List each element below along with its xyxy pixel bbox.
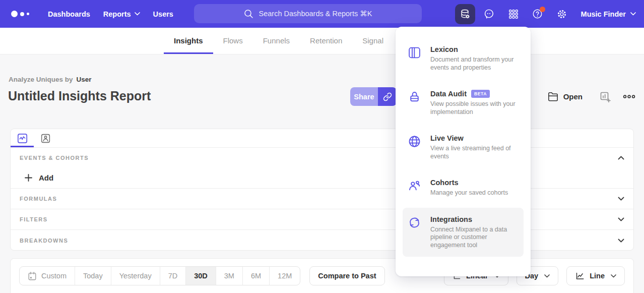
tab-funnels[interactable]: Funnels [253,27,300,54]
feedback-button[interactable] [479,4,499,24]
dropdown-item-data-audit[interactable]: Data Audit BETA View possible issues wit… [403,82,524,124]
tab-metrics-chart[interactable] [11,129,34,147]
analyze-entity-selector[interactable]: User [77,76,92,83]
add-event-button[interactable]: Add [11,167,633,189]
date-range-label: 12M [278,272,292,280]
dropdown-item-description: View a live streaming feed of events [430,145,519,160]
folder-icon [548,92,558,101]
tab-flows[interactable]: Flows [213,27,253,54]
open-report-button[interactable]: Open [548,92,583,101]
help-button[interactable] [528,4,548,24]
tab-label: Flows [223,36,243,45]
section-formulas[interactable]: FORMULAS [11,189,633,209]
cohorts-people-icon [408,179,422,193]
nav-item-reports[interactable]: Reports [97,0,147,28]
dropdown-item-title: Cohorts [430,179,459,187]
tab-signal[interactable]: Signal [352,27,394,54]
dropdown-item-lexicon[interactable]: Lexicon Document and transform your even… [403,38,524,79]
date-range-label: 3M [224,272,234,280]
dropdown-item-body: Data Audit BETA View possible issues wit… [430,90,519,116]
project-switcher[interactable]: Music Finder [581,10,636,18]
nav-item-label: Users [153,10,173,18]
dropdown-item-description: Document and transform your events and p… [430,56,519,72]
link-icon [383,92,392,101]
date-range-yesterday[interactable]: Yesterday [111,267,160,285]
nav-item-label: Dashboards [48,10,90,18]
gear-icon [556,9,567,20]
apps-button[interactable] [503,4,524,24]
dropdown-item-title: Live View [430,134,464,142]
top-nav: Dashboards Reports Users Search Dashboar… [0,0,644,28]
notification-dot [540,7,545,12]
date-range-control: Custom Today Yesterday 7D 30D 3M 6M 12M [19,266,300,285]
project-name: Music Finder [581,10,626,18]
date-range-label: 7D [168,272,178,280]
chevron-up-icon [618,156,624,160]
date-range-label: Custom [41,272,67,280]
query-builder-panel: EVENTS & COHORTS Add FORMULAS FILTERS BR… [10,129,634,251]
nav-item-users[interactable]: Users [147,0,180,28]
date-range-label: Yesterday [119,272,152,280]
data-management-dropdown: Lexicon Document and transform your even… [396,27,531,276]
tab-users-profile[interactable] [34,129,57,147]
report-title[interactable]: Untitled Insights Report [8,89,151,103]
date-range-custom[interactable]: Custom [20,267,75,285]
search-input[interactable]: Search Dashboards & Reports ⌘K [194,4,422,23]
dropdown-item-cohorts[interactable]: Cohorts Manage your saved cohorts [403,171,524,205]
dropdown-item-title: Integrations [430,215,472,223]
copy-link-button[interactable] [378,87,397,106]
section-label: FORMULAS [20,196,57,202]
chat-dots-icon [483,8,495,20]
expand-section-button[interactable] [618,239,624,243]
chevron-down-icon [618,197,624,201]
chart-tab-icon [17,133,28,144]
tab-label: Funnels [263,36,290,45]
analyze-prefix: Analyze Uniques by [9,76,73,83]
section-label: FILTERS [20,216,48,222]
nav-item-dashboards[interactable]: Dashboards [41,0,97,28]
date-range-6m[interactable]: 6M [242,267,269,285]
dropdown-item-integrations[interactable]: Integrations Connect Mixpanel to a data … [403,208,524,257]
date-range-12m[interactable]: 12M [269,267,300,285]
integrations-sync-icon [408,215,422,229]
more-options-button[interactable] [623,94,635,99]
beta-badge: BETA [471,90,490,98]
share-button[interactable]: Share [350,87,378,106]
analyze-uniques-by: Analyze Uniques byUser [9,76,92,83]
settings-button[interactable] [552,4,572,24]
dropdown-item-body: Live View View a live streaming feed of … [430,134,519,160]
date-range-7d[interactable]: 7D [160,267,186,285]
dropdown-item-live-view[interactable]: Live View View a live streaming feed of … [403,127,524,168]
section-events-cohorts[interactable]: EVENTS & COHORTS [11,148,633,167]
chevron-down-icon [618,217,624,221]
compare-to-past-button[interactable]: Compare to Past [309,266,384,285]
dropdown-item-body: Lexicon Document and transform your even… [430,45,519,72]
nav-menu: Dashboards Reports Users [41,0,180,28]
date-range-today[interactable]: Today [75,267,111,285]
dropdown-item-body: Cohorts Manage your saved cohorts [430,179,508,197]
add-to-dashboard-button[interactable] [600,91,611,102]
tab-label: Insights [174,36,203,45]
collapse-section-button[interactable] [618,156,624,160]
date-range-30d[interactable]: 30D [185,267,216,285]
tab-label: Signal [362,36,383,45]
section-breakdowns[interactable]: BREAKDOWNS [11,230,633,251]
data-audit-lock-icon [408,90,422,104]
mixpanel-logo[interactable] [11,11,33,17]
expand-section-button[interactable] [618,217,624,221]
section-label: BREAKDOWNS [20,238,68,244]
live-view-globe-icon [408,134,422,148]
data-management-button[interactable] [455,4,475,24]
expand-section-button[interactable] [618,197,624,201]
report-tabbar: Insights Flows Funnels Retention Signal … [0,27,644,54]
tab-retention[interactable]: Retention [300,27,352,54]
chart-add-icon [600,91,611,102]
search-icon [244,9,253,19]
chart-type-select[interactable]: Line [566,266,625,285]
chevron-down-icon [630,12,636,16]
section-filters[interactable]: FILTERS [11,209,633,230]
tab-insights[interactable]: Insights [164,27,213,54]
database-gear-icon [460,9,471,20]
date-range-3m[interactable]: 3M [216,267,242,285]
chart-toolbar: Custom Today Yesterday 7D 30D 3M 6M 12M … [10,258,634,293]
